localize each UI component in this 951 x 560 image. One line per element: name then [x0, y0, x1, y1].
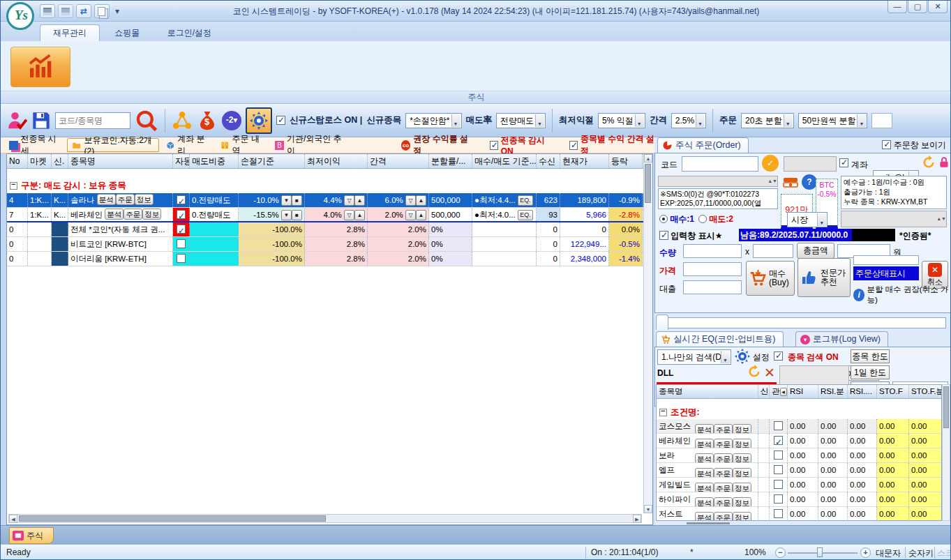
down-filled-icon[interactable]: ▼: [281, 210, 292, 220]
sync-icon[interactable]: ⇄: [76, 4, 91, 18]
analyze-button[interactable]: 분석: [695, 483, 714, 492]
delete-x-icon[interactable]: ✕: [764, 365, 775, 381]
up-icon[interactable]: ▲: [354, 210, 365, 220]
table-row[interactable]: 0 전체 *코인*(자동 체크 권... -100.0% 2.8% 2.0% 0…: [7, 222, 652, 237]
col-gap[interactable]: 간격: [368, 154, 429, 168]
col-name[interactable]: 종목명: [657, 385, 758, 398]
analyze-button[interactable]: 분석: [97, 194, 116, 205]
auto-checkbox[interactable]: [177, 239, 186, 248]
col-name[interactable]: 종목명: [68, 154, 173, 168]
col-market[interactable]: 마켓: [28, 154, 52, 168]
minimize-button[interactable]: —: [888, 1, 907, 13]
message-input[interactable]: [657, 317, 946, 328]
col-stof[interactable]: STO.F: [877, 385, 909, 398]
tab-shopping[interactable]: 쇼핑몰: [102, 25, 152, 42]
info-button[interactable]: 정보: [733, 512, 751, 521]
down-icon[interactable]: ▽: [344, 210, 354, 220]
qty-input[interactable]: [683, 244, 742, 258]
tab-all-quotes[interactable]: 전종목 시세: [5, 138, 64, 152]
order-amount-select[interactable]: 50만원씩 분할: [798, 113, 868, 128]
col-sell-weight[interactable]: 매도비중: [190, 154, 239, 168]
code-input[interactable]: [682, 156, 758, 172]
save-as-icon[interactable]: [58, 4, 73, 18]
table-row[interactable]: 저스트분석주문정보 0.00 0.00 0.00 0.00 0.00: [657, 507, 941, 521]
vertical-scrollbar[interactable]: [942, 384, 950, 521]
scrollbar-thumb[interactable]: [943, 386, 949, 428]
group-row-conditions[interactable]: 조건명:: [657, 405, 941, 419]
info-button[interactable]: 정보: [733, 453, 751, 462]
reward-rate-setting[interactable]: co 권장 수익률 설정: [397, 138, 474, 152]
scroll-up-icon[interactable]: ▲: [644, 154, 652, 162]
order-button[interactable]: 주문: [714, 512, 733, 521]
col-basis[interactable]: 매수/매도 기준...: [472, 154, 537, 168]
doc-tab-stock[interactable]: 주식: [9, 527, 54, 544]
info-button[interactable]: 정보: [135, 194, 153, 205]
maximize-button[interactable]: ▢: [908, 1, 927, 13]
gear-icon[interactable]: [735, 349, 750, 364]
table-row[interactable]: 베라체인분석주문정보 0.00 0.00 0.00 0.00 0.00: [657, 434, 941, 448]
total-amount-button[interactable]: 총금액: [797, 243, 834, 259]
collapse-icon[interactable]: [659, 409, 667, 416]
per-item-gap-checkbox[interactable]: [569, 141, 578, 150]
col-auto[interactable]: 자동...: [173, 154, 190, 168]
col-new[interactable]: 신.: [52, 154, 68, 168]
tab-log-view[interactable]: ▾ 로그뷰(Log View): [795, 331, 888, 347]
analyze-button[interactable]: 분석: [695, 468, 714, 477]
info-button[interactable]: 정보: [733, 468, 751, 477]
expert-recommend-button[interactable]: 전문가추천: [798, 258, 851, 297]
scrollbar-thumb[interactable]: [19, 515, 326, 522]
scrollbar-thumb[interactable]: [687, 522, 730, 524]
col-min-profit[interactable]: 최저이익: [305, 154, 368, 168]
up-icon[interactable]: ▲: [354, 195, 365, 206]
zoom-in-icon[interactable]: +: [860, 547, 871, 558]
down-icon[interactable]: ▽: [405, 195, 416, 206]
refresh-icon[interactable]: [922, 156, 936, 169]
sell-radio[interactable]: 매도:2: [698, 213, 733, 225]
col-no[interactable]: No: [7, 154, 28, 168]
account-checkbox[interactable]: [839, 158, 848, 168]
up-icon[interactable]: ▲: [416, 210, 426, 220]
new-stoploss-checkbox[interactable]: [276, 116, 285, 125]
col-recv[interactable]: 수신: [537, 154, 560, 168]
sell-rate-select[interactable]: 전량매도: [496, 113, 546, 128]
watch-checkbox[interactable]: [774, 465, 783, 474]
my-search-select[interactable]: 1.나만의 검색(DLL): [657, 349, 731, 365]
auto-checkbox[interactable]: [177, 254, 186, 263]
col-rsi-min[interactable]: RSI.분: [818, 385, 848, 398]
analyze-button[interactable]: 분석: [695, 497, 714, 506]
col-watch[interactable]: 관◀: [770, 385, 788, 398]
order-time-select[interactable]: 20초 분할: [741, 113, 794, 128]
col-stof-min[interactable]: STO.F.분: [909, 385, 941, 398]
confirm-check-icon[interactable]: ✓: [762, 155, 779, 172]
col-rsi-etc[interactable]: RSI....: [848, 385, 877, 398]
col-change[interactable]: 등락: [609, 154, 643, 168]
table-row[interactable]: 4 1:K... K... 솔라나 분석주문정보 0.전량매도 -10.0% ▼…: [7, 193, 652, 208]
tab-account-split[interactable]: 계좌 분리: [162, 138, 214, 152]
watch-checkbox[interactable]: [774, 494, 783, 504]
zoom-slider-track[interactable]: [788, 552, 858, 554]
watch-checkbox[interactable]: [774, 421, 783, 430]
scrollbar-thumb[interactable]: [645, 164, 651, 203]
table-row[interactable]: 게임빌드분석주문정보 0.00 0.00 0.00 0.00 0.00: [657, 478, 941, 492]
settings-gear-button[interactable]: [246, 107, 272, 134]
square-icon[interactable]: ■: [292, 195, 302, 206]
stock-chart-button[interactable]: [10, 47, 70, 87]
col-price[interactable]: 현재가: [560, 154, 609, 168]
order-button[interactable]: 주문: [714, 453, 733, 462]
order-button[interactable]: 주문: [714, 497, 733, 506]
question-icon[interactable]: ?: [802, 174, 817, 190]
copy-icon[interactable]: [94, 4, 110, 18]
up-icon[interactable]: ▲: [416, 195, 426, 206]
auto-checkbox[interactable]: [177, 210, 186, 219]
collapse-icon[interactable]: [10, 182, 17, 190]
info-button[interactable]: 정보: [733, 483, 751, 492]
info-button[interactable]: 정보: [733, 497, 751, 506]
analyze-button[interactable]: 분석: [695, 512, 714, 521]
watch-checkbox[interactable]: [774, 451, 783, 460]
user-check-icon[interactable]: [6, 109, 27, 132]
zoom-out-icon[interactable]: −: [775, 547, 786, 558]
table-row[interactable]: 보라분석주문정보 0.00 0.00 0.00 0.00 0.00: [657, 448, 941, 463]
down-filled-icon[interactable]: ▼: [281, 195, 292, 206]
order-button[interactable]: 주문: [714, 439, 733, 448]
network-icon[interactable]: [172, 110, 193, 131]
